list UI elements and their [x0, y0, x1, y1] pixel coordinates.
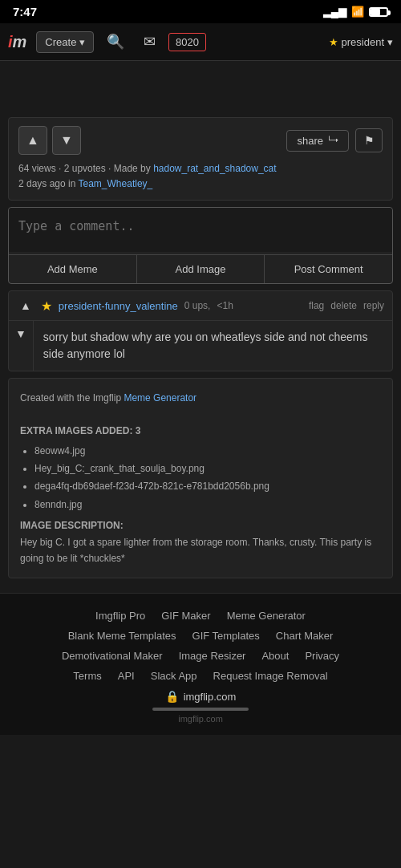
- post-comment-button[interactable]: Post Comment: [265, 255, 392, 283]
- comment-time: <1h: [217, 300, 233, 311]
- comment-vote-col: ▼: [9, 321, 34, 371]
- footer-link-privacy[interactable]: Privacy: [305, 650, 339, 662]
- footer-link-chart-maker[interactable]: Chart Maker: [276, 630, 334, 642]
- comment-action-links: flag delete reply: [309, 300, 384, 311]
- footer-link-about[interactable]: About: [261, 650, 289, 662]
- list-item: 8eoww4.jpg: [34, 443, 381, 459]
- footer-link-image-resizer[interactable]: Image Resizer: [179, 650, 246, 662]
- status-bar: 7:47 ▂▄▆ 📶: [0, 0, 401, 23]
- team-link[interactable]: Team_Wheatley_: [79, 178, 153, 189]
- footer-link-gif-maker[interactable]: GIF Maker: [161, 610, 210, 622]
- home-indicator: [152, 708, 249, 711]
- extra-images-label: EXTRA IMAGES ADDED: 3: [20, 425, 140, 436]
- signal-icon: ▂▄▆: [323, 6, 346, 18]
- comment-box: Add Meme Add Image Post Comment: [8, 207, 393, 284]
- bottom-domain-label: imgflip.com: [8, 714, 393, 727]
- username-label: president: [342, 36, 384, 48]
- imgflip-logo[interactable]: im: [8, 33, 26, 51]
- flag-comment-link[interactable]: flag: [309, 300, 324, 311]
- mail-icon[interactable]: ✉: [137, 30, 162, 54]
- image-placeholder: [8, 69, 393, 117]
- footer-link-imgflip-pro[interactable]: Imgflip Pro: [95, 610, 145, 622]
- list-item: dega4fq-db69daef-f23d-472b-821c-e781bdd2…: [34, 478, 381, 494]
- footer-link-blank-meme-templates[interactable]: Blank Meme Templates: [68, 630, 176, 642]
- post-age: 2 days ago in: [18, 178, 75, 189]
- list-item: 8enndn.jpg: [34, 497, 381, 513]
- comment-ups: 0 ups,: [184, 300, 211, 311]
- footer-row-2: Blank Meme Templates GIF Templates Chart…: [8, 630, 393, 642]
- add-meme-button[interactable]: Add Meme: [9, 255, 137, 283]
- status-icons: ▂▄▆ 📶: [323, 6, 388, 18]
- footer-link-api[interactable]: API: [118, 670, 135, 682]
- comment-upvote-button[interactable]: ▲: [17, 298, 34, 314]
- footer-row-4: Terms API Slack App Request Image Remova…: [8, 670, 393, 682]
- domain-label: imgflip.com: [184, 691, 237, 703]
- notification-badge[interactable]: 8020: [168, 33, 206, 51]
- footer-link-terms[interactable]: Terms: [73, 670, 101, 682]
- footer: Imgflip Pro GIF Maker Meme Generator Bla…: [0, 593, 401, 735]
- footer-domain: 🔒 imgflip.com: [8, 690, 393, 703]
- flag-icon: ⚑: [364, 134, 375, 147]
- battery-icon: [369, 7, 388, 17]
- footer-link-demotivational-maker[interactable]: Demotivational Maker: [62, 650, 163, 662]
- status-time: 7:47: [13, 5, 37, 18]
- reply-comment-link[interactable]: reply: [363, 300, 384, 311]
- footer-link-gif-templates[interactable]: GIF Templates: [192, 630, 260, 642]
- footer-link-request-image-removal[interactable]: Request Image Removal: [213, 670, 328, 682]
- wifi-icon: 📶: [351, 6, 364, 18]
- meme-generator-link[interactable]: Meme Generator: [124, 392, 196, 404]
- image-desc-label: IMAGE DESCRIPTION:: [20, 520, 124, 531]
- navbar: im Create ▾ 🔍 ✉ 8020 ★ president ▾: [0, 23, 401, 61]
- comment-item: ▲ ★ president-funny_valentine 0 ups, <1h…: [8, 290, 393, 371]
- dropdown-arrow-icon: ▾: [387, 36, 393, 48]
- comment-star-icon: ★: [41, 298, 52, 314]
- footer-link-meme-generator[interactable]: Meme Generator: [227, 610, 306, 622]
- post-meta: 64 views · 2 upvotes · Made by hadow_rat…: [18, 161, 383, 192]
- user-menu[interactable]: ★ president ▾: [329, 36, 393, 48]
- image-desc-text: Hey big C. I got a spare lighter from th…: [20, 537, 371, 564]
- share-button[interactable]: share ⮡: [286, 130, 349, 152]
- add-image-button[interactable]: Add Image: [137, 255, 265, 283]
- comment-input[interactable]: [9, 208, 392, 252]
- footer-row-3: Demotivational Maker Image Resizer About…: [8, 650, 393, 662]
- comment-body-row: ▼ sorry but shadow why are you on wheatl…: [9, 321, 392, 371]
- lock-icon: 🔒: [165, 690, 179, 703]
- favorite-star-icon: ★: [329, 36, 338, 48]
- upvote-count: 2 upvotes: [64, 163, 106, 174]
- downvote-button[interactable]: ▼: [52, 126, 81, 155]
- main-content: ▲ ▼ share ⮡ ⚑ 64 views · 2 upvotes · Mad…: [0, 61, 401, 593]
- share-flag-row: share ⮡ ⚑: [286, 128, 383, 152]
- comment-downvote-button[interactable]: ▼: [12, 326, 30, 342]
- comment-header: ▲ ★ president-funny_valentine 0 ups, <1h…: [9, 291, 392, 321]
- create-button[interactable]: Create ▾: [36, 31, 94, 53]
- share-icon: ⮡: [328, 135, 338, 147]
- delete-comment-link[interactable]: delete: [330, 300, 357, 311]
- created-with-label: Created with the Imgflip: [20, 392, 121, 404]
- vote-row: ▲ ▼ share ⮡ ⚑: [18, 126, 383, 155]
- search-icon[interactable]: 🔍: [100, 30, 131, 54]
- view-count: 64 views: [18, 163, 56, 174]
- vote-share-bar: ▲ ▼ share ⮡ ⚑ 64 views · 2 upvotes · Mad…: [8, 117, 393, 201]
- footer-row-1: Imgflip Pro GIF Maker Meme Generator: [8, 610, 393, 622]
- list-item: Hey_big_C:_crank_that_soulja_boy.png: [34, 460, 381, 477]
- comment-text: sorry but shadow why are you on wheatley…: [34, 321, 392, 371]
- flag-button[interactable]: ⚑: [355, 128, 383, 152]
- upvote-button[interactable]: ▲: [18, 126, 47, 155]
- comment-username[interactable]: president-funny_valentine: [59, 300, 178, 312]
- extra-images-list: 8eoww4.jpg Hey_big_C:_crank_that_soulja_…: [34, 443, 381, 513]
- author-link[interactable]: hadow_rat_and_shadow_cat: [153, 163, 276, 174]
- footer-link-slack-app[interactable]: Slack App: [151, 670, 197, 682]
- meme-info-box: Created with the Imgflip Meme Generator …: [8, 378, 393, 578]
- vote-buttons: ▲ ▼: [18, 126, 81, 155]
- comment-actions: Add Meme Add Image Post Comment: [9, 254, 392, 283]
